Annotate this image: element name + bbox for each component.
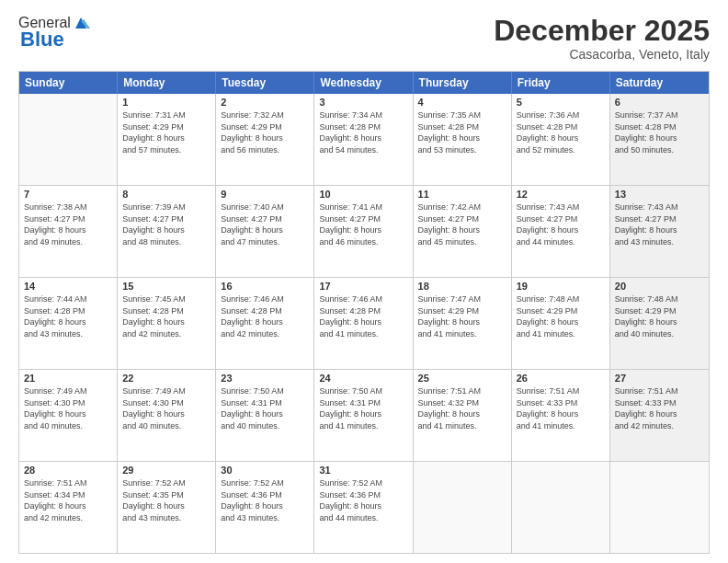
weekday-header-friday: Friday bbox=[512, 72, 610, 94]
day-info: Sunrise: 7:51 AMSunset: 4:33 PMDaylight:… bbox=[615, 385, 704, 431]
calendar-cell-22: 22Sunrise: 7:49 AMSunset: 4:30 PMDayligh… bbox=[118, 370, 216, 461]
logo-blue-text: Blue bbox=[20, 28, 64, 52]
day-info: Sunrise: 7:44 AMSunset: 4:28 PMDaylight:… bbox=[24, 293, 112, 339]
calendar-cell-16: 16Sunrise: 7:46 AMSunset: 4:28 PMDayligh… bbox=[216, 278, 314, 369]
title-block: December 2025 Casacorba, Veneto, Italy bbox=[494, 15, 710, 62]
calendar-cell-9: 9Sunrise: 7:40 AMSunset: 4:27 PMDaylight… bbox=[216, 186, 314, 277]
day-number: 27 bbox=[615, 373, 704, 384]
calendar-cell-empty-4-5 bbox=[512, 462, 610, 553]
day-number: 23 bbox=[221, 373, 309, 384]
day-info: Sunrise: 7:34 AMSunset: 4:28 PMDaylight:… bbox=[319, 109, 407, 155]
calendar-cell-18: 18Sunrise: 7:47 AMSunset: 4:29 PMDayligh… bbox=[414, 278, 512, 369]
day-number: 14 bbox=[24, 281, 112, 292]
day-number: 16 bbox=[221, 281, 309, 292]
calendar-page: General Blue December 2025 Casacorba, Ve… bbox=[0, 0, 728, 563]
day-number: 15 bbox=[122, 281, 210, 292]
calendar-cell-28: 28Sunrise: 7:51 AMSunset: 4:34 PMDayligh… bbox=[19, 462, 118, 553]
day-info: Sunrise: 7:50 AMSunset: 4:31 PMDaylight:… bbox=[319, 385, 407, 431]
day-info: Sunrise: 7:46 AMSunset: 4:28 PMDaylight:… bbox=[221, 293, 309, 339]
day-number: 25 bbox=[418, 373, 506, 384]
weekday-header-tuesday: Tuesday bbox=[216, 72, 314, 94]
calendar-cell-7: 7Sunrise: 7:38 AMSunset: 4:27 PMDaylight… bbox=[19, 186, 118, 277]
day-number: 12 bbox=[517, 189, 605, 200]
weekday-header-thursday: Thursday bbox=[414, 72, 512, 94]
day-info: Sunrise: 7:52 AMSunset: 4:35 PMDaylight:… bbox=[122, 477, 210, 523]
calendar-row-0: 1Sunrise: 7:31 AMSunset: 4:29 PMDaylight… bbox=[19, 94, 709, 185]
calendar-cell-empty-0-0 bbox=[19, 94, 118, 185]
day-info: Sunrise: 7:50 AMSunset: 4:31 PMDaylight:… bbox=[221, 385, 309, 431]
day-info: Sunrise: 7:47 AMSunset: 4:29 PMDaylight:… bbox=[418, 293, 506, 339]
weekday-header-wednesday: Wednesday bbox=[314, 72, 413, 94]
day-info: Sunrise: 7:38 AMSunset: 4:27 PMDaylight:… bbox=[24, 201, 112, 247]
calendar-cell-31: 31Sunrise: 7:52 AMSunset: 4:36 PMDayligh… bbox=[314, 462, 413, 553]
day-info: Sunrise: 7:36 AMSunset: 4:28 PMDaylight:… bbox=[517, 109, 605, 155]
location: Casacorba, Veneto, Italy bbox=[494, 47, 710, 62]
calendar-cell-26: 26Sunrise: 7:51 AMSunset: 4:33 PMDayligh… bbox=[512, 370, 610, 461]
day-info: Sunrise: 7:49 AMSunset: 4:30 PMDaylight:… bbox=[24, 385, 112, 431]
day-info: Sunrise: 7:40 AMSunset: 4:27 PMDaylight:… bbox=[221, 201, 309, 247]
day-number: 13 bbox=[615, 189, 704, 200]
calendar-cell-30: 30Sunrise: 7:52 AMSunset: 4:36 PMDayligh… bbox=[216, 462, 314, 553]
day-number: 18 bbox=[418, 281, 506, 292]
day-info: Sunrise: 7:48 AMSunset: 4:29 PMDaylight:… bbox=[615, 293, 704, 339]
calendar-cell-14: 14Sunrise: 7:44 AMSunset: 4:28 PMDayligh… bbox=[19, 278, 118, 369]
day-info: Sunrise: 7:51 AMSunset: 4:33 PMDaylight:… bbox=[517, 385, 605, 431]
day-number: 4 bbox=[418, 97, 506, 108]
calendar-row-1: 7Sunrise: 7:38 AMSunset: 4:27 PMDaylight… bbox=[19, 185, 709, 277]
day-number: 24 bbox=[319, 373, 407, 384]
weekday-header-saturday: Saturday bbox=[610, 72, 709, 94]
day-info: Sunrise: 7:48 AMSunset: 4:29 PMDaylight:… bbox=[517, 293, 605, 339]
day-info: Sunrise: 7:35 AMSunset: 4:28 PMDaylight:… bbox=[418, 109, 506, 155]
day-number: 31 bbox=[319, 465, 407, 476]
day-number: 1 bbox=[122, 97, 210, 108]
day-info: Sunrise: 7:39 AMSunset: 4:27 PMDaylight:… bbox=[122, 201, 210, 247]
day-number: 29 bbox=[122, 465, 210, 476]
calendar-cell-25: 25Sunrise: 7:51 AMSunset: 4:32 PMDayligh… bbox=[414, 370, 512, 461]
day-number: 30 bbox=[221, 465, 309, 476]
day-number: 11 bbox=[418, 189, 506, 200]
day-info: Sunrise: 7:43 AMSunset: 4:27 PMDaylight:… bbox=[517, 201, 605, 247]
calendar-cell-27: 27Sunrise: 7:51 AMSunset: 4:33 PMDayligh… bbox=[610, 370, 709, 461]
day-number: 7 bbox=[24, 189, 112, 200]
day-number: 3 bbox=[319, 97, 407, 108]
calendar-cell-24: 24Sunrise: 7:50 AMSunset: 4:31 PMDayligh… bbox=[314, 370, 413, 461]
day-info: Sunrise: 7:51 AMSunset: 4:32 PMDaylight:… bbox=[418, 385, 506, 431]
day-info: Sunrise: 7:52 AMSunset: 4:36 PMDaylight:… bbox=[221, 477, 309, 523]
calendar-row-3: 21Sunrise: 7:49 AMSunset: 4:30 PMDayligh… bbox=[19, 369, 709, 461]
day-number: 8 bbox=[122, 189, 210, 200]
calendar: SundayMondayTuesdayWednesdayThursdayFrid… bbox=[18, 71, 710, 554]
day-number: 17 bbox=[319, 281, 407, 292]
calendar-cell-13: 13Sunrise: 7:43 AMSunset: 4:27 PMDayligh… bbox=[610, 186, 709, 277]
day-number: 20 bbox=[615, 281, 704, 292]
day-number: 5 bbox=[517, 97, 605, 108]
calendar-cell-6: 6Sunrise: 7:37 AMSunset: 4:28 PMDaylight… bbox=[610, 94, 709, 185]
logo-icon bbox=[72, 16, 90, 30]
calendar-cell-20: 20Sunrise: 7:48 AMSunset: 4:29 PMDayligh… bbox=[610, 278, 709, 369]
day-number: 28 bbox=[24, 465, 112, 476]
day-info: Sunrise: 7:49 AMSunset: 4:30 PMDaylight:… bbox=[122, 385, 210, 431]
calendar-row-4: 28Sunrise: 7:51 AMSunset: 4:34 PMDayligh… bbox=[19, 461, 709, 553]
day-info: Sunrise: 7:52 AMSunset: 4:36 PMDaylight:… bbox=[319, 477, 407, 523]
month-title: December 2025 bbox=[494, 15, 710, 47]
day-info: Sunrise: 7:32 AMSunset: 4:29 PMDaylight:… bbox=[221, 109, 309, 155]
day-number: 22 bbox=[122, 373, 210, 384]
day-number: 19 bbox=[517, 281, 605, 292]
day-number: 2 bbox=[221, 97, 309, 108]
calendar-row-2: 14Sunrise: 7:44 AMSunset: 4:28 PMDayligh… bbox=[19, 277, 709, 369]
calendar-cell-12: 12Sunrise: 7:43 AMSunset: 4:27 PMDayligh… bbox=[512, 186, 610, 277]
calendar-cell-29: 29Sunrise: 7:52 AMSunset: 4:35 PMDayligh… bbox=[118, 462, 216, 553]
day-info: Sunrise: 7:51 AMSunset: 4:34 PMDaylight:… bbox=[24, 477, 112, 523]
calendar-cell-5: 5Sunrise: 7:36 AMSunset: 4:28 PMDaylight… bbox=[512, 94, 610, 185]
day-number: 10 bbox=[319, 189, 407, 200]
calendar-cell-15: 15Sunrise: 7:45 AMSunset: 4:28 PMDayligh… bbox=[118, 278, 216, 369]
calendar-header: SundayMondayTuesdayWednesdayThursdayFrid… bbox=[19, 72, 709, 94]
calendar-cell-23: 23Sunrise: 7:50 AMSunset: 4:31 PMDayligh… bbox=[216, 370, 314, 461]
day-info: Sunrise: 7:41 AMSunset: 4:27 PMDaylight:… bbox=[319, 201, 407, 247]
calendar-cell-17: 17Sunrise: 7:46 AMSunset: 4:28 PMDayligh… bbox=[314, 278, 413, 369]
day-info: Sunrise: 7:42 AMSunset: 4:27 PMDaylight:… bbox=[418, 201, 506, 247]
calendar-cell-10: 10Sunrise: 7:41 AMSunset: 4:27 PMDayligh… bbox=[314, 186, 413, 277]
day-info: Sunrise: 7:31 AMSunset: 4:29 PMDaylight:… bbox=[122, 109, 210, 155]
day-info: Sunrise: 7:37 AMSunset: 4:28 PMDaylight:… bbox=[615, 109, 704, 155]
calendar-cell-2: 2Sunrise: 7:32 AMSunset: 4:29 PMDaylight… bbox=[216, 94, 314, 185]
day-info: Sunrise: 7:45 AMSunset: 4:28 PMDaylight:… bbox=[122, 293, 210, 339]
